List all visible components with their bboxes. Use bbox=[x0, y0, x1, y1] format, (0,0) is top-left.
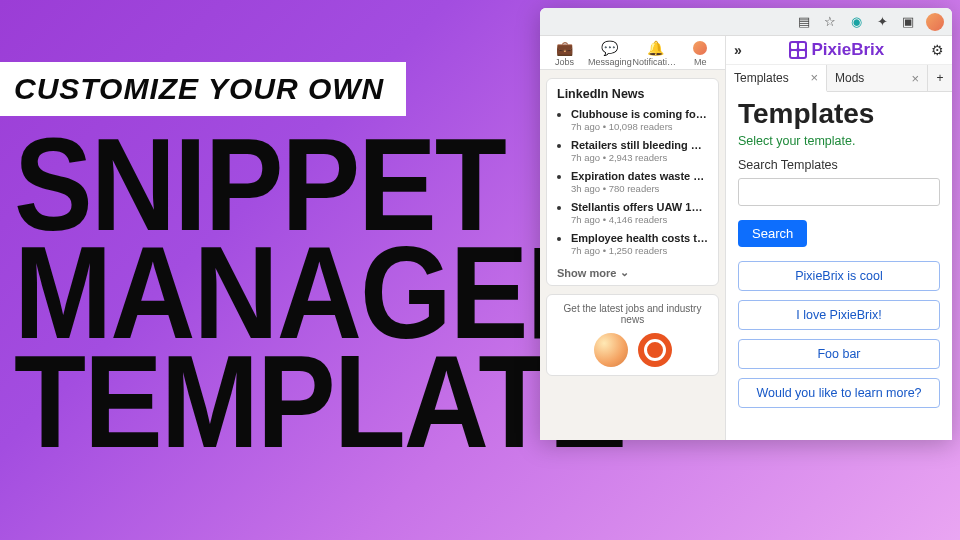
news-headline: Expiration dates waste money, food bbox=[571, 170, 708, 182]
hero-tagline: CUSTOMIZE YOUR OWN bbox=[0, 62, 406, 116]
profile-avatar[interactable] bbox=[926, 13, 944, 31]
promo-avatar bbox=[594, 333, 628, 367]
nav-jobs[interactable]: 💼 Jobs bbox=[542, 40, 587, 67]
news-meta: 7h ago • 4,146 readers bbox=[571, 214, 708, 225]
news-headline: Retailers still bleeding workers bbox=[571, 139, 708, 151]
panel-title: Templates bbox=[738, 98, 940, 130]
news-item[interactable]: Expiration dates waste money, food 3h ag… bbox=[571, 169, 708, 194]
news-title: LinkedIn News bbox=[557, 87, 708, 101]
pixiebrix-logo-icon bbox=[789, 41, 807, 59]
nav-label: Messaging bbox=[588, 57, 632, 67]
news-meta: 7h ago • 2,943 readers bbox=[571, 152, 708, 163]
tab-mods[interactable]: Mods × bbox=[827, 65, 928, 91]
promo-text: Get the latest jobs and industry news bbox=[557, 303, 708, 325]
show-more-button[interactable]: Show more ⌄ bbox=[557, 262, 708, 279]
pixiebrix-brand: PixieBrix bbox=[789, 40, 885, 60]
news-headline: Employee health costs to ramp up bbox=[571, 232, 708, 244]
nav-messaging[interactable]: 💬 Messaging bbox=[587, 40, 632, 67]
briefcase-icon: 💼 bbox=[556, 40, 573, 56]
browser-toolbar: ▤ ☆ ◉ ✦ ▣ bbox=[540, 8, 952, 36]
news-item[interactable]: Retailers still bleeding workers 7h ago … bbox=[571, 138, 708, 163]
plus-icon: + bbox=[936, 71, 943, 85]
news-item[interactable]: Clubhouse is coming for group texts 7h a… bbox=[571, 107, 708, 132]
news-headline: Stellantis offers UAW 14.5% pay bbox=[571, 201, 708, 213]
tab-templates[interactable]: Templates × bbox=[726, 65, 827, 92]
pixiebrix-panel: » PixieBrix ⚙ Templates × Mods × + bbox=[726, 36, 952, 440]
nav-me[interactable]: Me bbox=[678, 40, 723, 67]
avatar-icon bbox=[693, 40, 707, 56]
extension-icon[interactable]: ✦ bbox=[874, 14, 890, 30]
template-option[interactable]: I love PixieBrix! bbox=[738, 300, 940, 330]
search-button[interactable]: Search bbox=[738, 220, 807, 247]
news-item[interactable]: Stellantis offers UAW 14.5% pay 7h ago •… bbox=[571, 200, 708, 225]
bell-icon: 🔔 bbox=[647, 40, 664, 56]
panel-subtitle: Select your template. bbox=[738, 134, 940, 148]
expand-icon[interactable]: » bbox=[734, 42, 742, 58]
chat-icon: 💬 bbox=[601, 40, 618, 56]
linkedin-panel: 💼 Jobs 💬 Messaging 🔔 Notifications Me Li bbox=[540, 36, 726, 440]
hero-title: SNIPPET MANAGER TEMPLATE bbox=[14, 130, 625, 455]
color-icon[interactable]: ◉ bbox=[848, 14, 864, 30]
promo-logo bbox=[638, 333, 672, 367]
close-icon[interactable]: × bbox=[810, 70, 818, 85]
news-item[interactable]: Employee health costs to ramp up 7h ago … bbox=[571, 231, 708, 256]
browser-window: ▤ ☆ ◉ ✦ ▣ 💼 Jobs 💬 Messaging 🔔 Notificat… bbox=[540, 8, 952, 440]
add-tab-button[interactable]: + bbox=[928, 65, 952, 91]
window-icon[interactable]: ▣ bbox=[900, 14, 916, 30]
news-meta: 3h ago • 780 readers bbox=[571, 183, 708, 194]
template-option[interactable]: Foo bar bbox=[738, 339, 940, 369]
linkedin-promo-card: Get the latest jobs and industry news bbox=[546, 294, 719, 376]
nav-notifications[interactable]: 🔔 Notifications bbox=[633, 40, 678, 67]
chevron-down-icon: ⌄ bbox=[620, 266, 629, 279]
tab-label: Templates bbox=[734, 71, 789, 85]
close-icon[interactable]: × bbox=[911, 71, 919, 86]
linkedin-nav: 💼 Jobs 💬 Messaging 🔔 Notifications Me bbox=[540, 36, 725, 70]
search-label: Search Templates bbox=[738, 158, 940, 172]
news-headline: Clubhouse is coming for group texts bbox=[571, 108, 708, 120]
nav-label: Jobs bbox=[555, 57, 574, 67]
news-meta: 7h ago • 10,098 readers bbox=[571, 121, 708, 132]
news-meta: 7h ago • 1,250 readers bbox=[571, 245, 708, 256]
linkedin-news-card: LinkedIn News Clubhouse is coming for gr… bbox=[546, 78, 719, 286]
nav-label: Notifications bbox=[633, 57, 678, 67]
pixiebrix-tabs: Templates × Mods × + bbox=[726, 65, 952, 92]
template-option[interactable]: PixieBrix is cool bbox=[738, 261, 940, 291]
brand-name: PixieBrix bbox=[812, 40, 885, 60]
show-more-label: Show more bbox=[557, 267, 616, 279]
star-icon[interactable]: ☆ bbox=[822, 14, 838, 30]
nav-label: Me bbox=[694, 57, 707, 67]
pixiebrix-header: » PixieBrix ⚙ bbox=[726, 36, 952, 65]
tab-label: Mods bbox=[835, 71, 864, 85]
view-list-icon[interactable]: ▤ bbox=[796, 14, 812, 30]
gear-icon[interactable]: ⚙ bbox=[931, 42, 944, 58]
search-input[interactable] bbox=[738, 178, 940, 206]
template-option[interactable]: Would you like to learn more? bbox=[738, 378, 940, 408]
